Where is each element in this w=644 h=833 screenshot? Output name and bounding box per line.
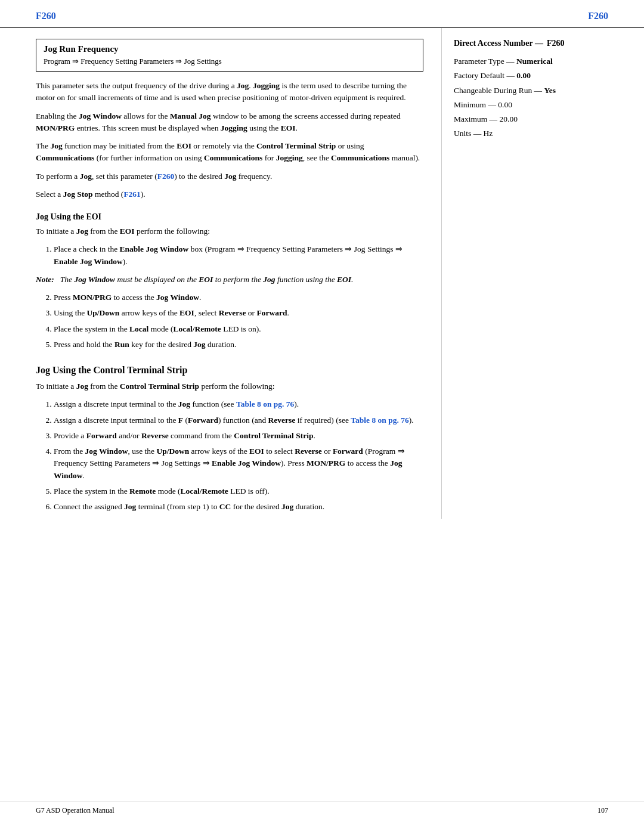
maximum-row: Maximum — 20.00 [454,112,608,126]
jog-control-heading: Jog Using the Control Terminal Strip [36,365,423,376]
jog-stop-paragraph: Select a Jog Stop method (F261). [36,188,423,200]
header-right-label: F260 [588,11,608,21]
right-column: Direct Access Number — F260 Parameter Ty… [441,28,608,519]
left-column: Jog Run Frequency Program ⇒ Frequency Se… [36,28,441,519]
factory-default-value: 0.00 [516,71,531,80]
jog-control-step-4: From the Jog Window, use the Up/Down arr… [54,445,423,482]
minimum-row: Minimum — 0.00 [454,98,608,112]
jog-control-step-1: Assign a discrete input terminal to the … [54,398,423,410]
main-content: Jog Run Frequency Program ⇒ Frequency Se… [0,28,644,519]
changeable-label: Changeable During Run — [454,86,542,95]
units-label: Units — [454,129,481,138]
maximum-label: Maximum — [454,114,497,123]
footer-left: G7 ASD Operation Manual [36,806,114,815]
header-left-label: F260 [36,11,56,21]
page-footer: G7 ASD Operation Manual 107 [0,801,644,815]
param-type-value: Numerical [516,57,553,66]
param-title-box: Jog Run Frequency Program ⇒ Frequency Se… [36,39,423,72]
jog-control-step-6: Connect the assigned Jog terminal (from … [54,501,423,513]
jog-eoi-intro: To initiate a Jog from the EOI perform t… [36,225,423,237]
param-type-label: Parameter Type — [454,57,515,66]
factory-default-row: Factory Default — 0.00 [454,69,608,83]
jog-control-step-5: Place the system in the Remote mode (Loc… [54,485,423,497]
jog-eoi-heading: Jog Using the EOI [36,212,423,222]
jog-eoi-step-2: Press MON/PRG to access the Jog Window. [54,292,423,304]
jog-control-intro: To initiate a Jog from the Control Termi… [36,380,423,392]
jog-window-paragraph: Enabling the Jog Window allows for the M… [36,110,423,135]
jog-control-step-2: Assign a discrete input terminal to the … [54,414,423,426]
page-container: F260 F260 Jog Run Frequency Program ⇒ Fr… [0,0,644,833]
jog-eoi-steps-2: Press MON/PRG to access the Jog Window. … [54,292,423,351]
jog-eoi-steps: Place a check in the Enable Jog Window b… [54,243,423,268]
units-value: Hz [484,129,493,138]
jog-function-paragraph: The Jog function may be initiated from t… [36,140,423,165]
jog-control-step-3: Provide a Forward and/or Reverse command… [54,430,423,442]
param-path: Program ⇒ Frequency Setting Parameters ⇒… [44,57,416,66]
units-row: Units — Hz [454,126,608,141]
jog-eoi-step-4: Place the system in the Local mode (Loca… [54,323,423,335]
minimum-value: 0.00 [498,100,512,109]
factory-default-label: Factory Default — [454,71,515,80]
footer-right: 107 [597,806,608,815]
direct-access-value: F260 [547,39,565,48]
changeable-value: Yes [544,86,556,95]
maximum-value: 20.00 [500,114,518,123]
param-type-row: Parameter Type — Numerical [454,54,608,69]
minimum-label: Minimum — [454,100,496,109]
intro-paragraph: This parameter sets the output frequency… [36,80,423,104]
param-title: Jog Run Frequency [44,44,416,54]
changeable-row: Changeable During Run — Yes [454,83,608,98]
jog-control-steps: Assign a discrete input terminal to the … [54,398,423,513]
note-label: Note: [36,274,54,286]
note-block: Note: The Jog Window must be displayed o… [36,274,423,286]
jog-set-paragraph: To perform a Jog, set this parameter (F2… [36,171,423,182]
param-path-text: Program ⇒ Frequency Setting Parameters ⇒… [44,57,222,66]
note-text: The Jog Window must be displayed on the … [60,274,354,286]
page-header: F260 F260 [0,0,644,28]
direct-access-title: Direct Access Number — F260 [454,39,608,48]
direct-access-label: Direct Access Number — [454,39,543,48]
jog-eoi-step-1: Place a check in the Enable Jog Window b… [54,243,423,268]
jog-eoi-step-5: Press and hold the Run key for the desir… [54,339,423,351]
jog-eoi-step-3: Using the Up/Down arrow keys of the EOI,… [54,307,423,319]
